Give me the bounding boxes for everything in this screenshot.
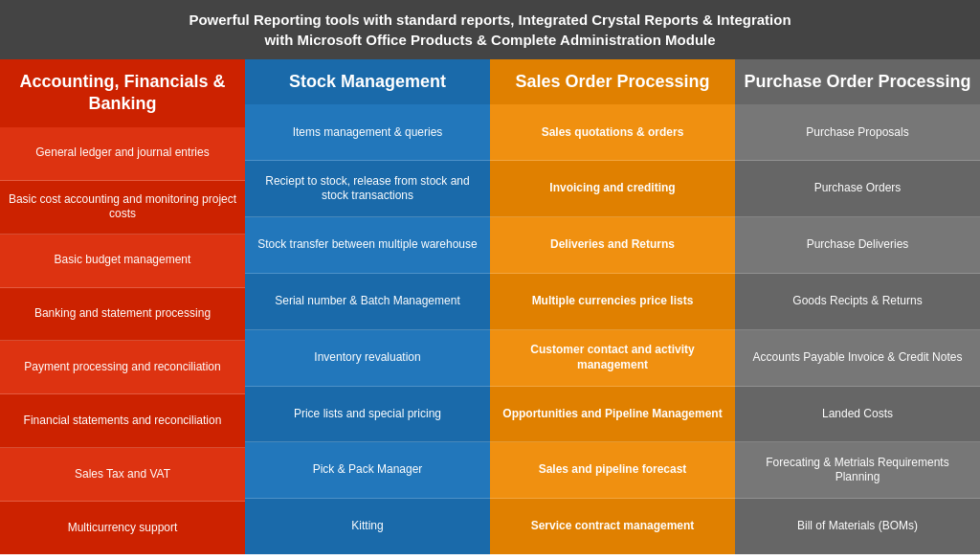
list-item: Forecating & Metrials Requirements Plann… (735, 442, 980, 499)
list-item: Accounts Payable Invoice & Credit Notes (735, 330, 980, 387)
column-stock: Stock ManagementItems management & queri… (245, 59, 490, 554)
list-item: Opportunities and Pipeline Management (490, 387, 735, 443)
header-banner: Powerful Reporting tools with standard r… (0, 0, 980, 59)
list-item: Financial statements and reconciliation (0, 394, 245, 448)
column-sales: Sales Order ProcessingSales quotations &… (490, 59, 735, 554)
list-item: Sales Tax and VAT (0, 448, 245, 502)
header-line1: Powerful Reporting tools with standard r… (189, 11, 791, 28)
list-item: Customer contact and activity management (490, 330, 735, 387)
column-items-purchase: Purchase ProposalsPurchase OrdersPurchas… (735, 104, 980, 554)
list-item: Items management & queries (245, 104, 490, 161)
list-item: Banking and statement processing (0, 288, 245, 342)
list-item: Basic cost accounting and monitoring pro… (0, 181, 245, 235)
list-item: General ledger and journal entries (0, 127, 245, 181)
header-line2: with Microsoft Office Products & Complet… (264, 32, 715, 48)
list-item: Price lists and special pricing (245, 387, 490, 443)
list-item: Kitting (245, 499, 490, 554)
list-item: Pick & Pack Manager (245, 442, 490, 499)
list-item: Sales and pipeline forecast (490, 442, 735, 499)
list-item: Reciept to stock, release from stock and… (245, 161, 490, 217)
list-item: Serial number & Batch Management (245, 274, 490, 330)
column-accounting: Accounting, Financials & BankingGeneral … (0, 59, 245, 554)
list-item: Deliveries and Returns (490, 217, 735, 274)
list-item: Inventory revaluation (245, 330, 490, 387)
column-items-stock: Items management & queriesReciept to sto… (245, 104, 490, 554)
column-purchase: Purchase Order ProcessingPurchase Propos… (735, 59, 980, 554)
list-item: Goods Recipts & Returns (735, 274, 980, 330)
column-header-sales: Sales Order Processing (490, 59, 735, 104)
list-item: Landed Costs (735, 387, 980, 443)
column-header-purchase: Purchase Order Processing (735, 59, 980, 104)
list-item: Stock transfer between multiple warehous… (245, 217, 490, 274)
column-items-sales: Sales quotations & ordersInvoicing and c… (490, 104, 735, 554)
list-item: Sales quotations & orders (490, 104, 735, 161)
list-item: Invoicing and crediting (490, 161, 735, 217)
columns-wrapper: Accounting, Financials & BankingGeneral … (0, 59, 980, 554)
list-item: Payment processing and reconciliation (0, 341, 245, 394)
list-item: Purchase Deliveries (735, 217, 980, 274)
column-header-stock: Stock Management (245, 59, 490, 104)
list-item: Bill of Materials (BOMs) (735, 499, 980, 554)
column-header-accounting: Accounting, Financials & Banking (0, 59, 245, 127)
list-item: Basic budget management (0, 235, 245, 288)
column-items-accounting: General ledger and journal entriesBasic … (0, 127, 245, 554)
list-item: Multicurrency support (0, 502, 245, 554)
list-item: Service contract management (490, 499, 735, 554)
list-item: Multiple currencies price lists (490, 274, 735, 330)
list-item: Purchase Proposals (735, 104, 980, 161)
list-item: Purchase Orders (735, 161, 980, 217)
